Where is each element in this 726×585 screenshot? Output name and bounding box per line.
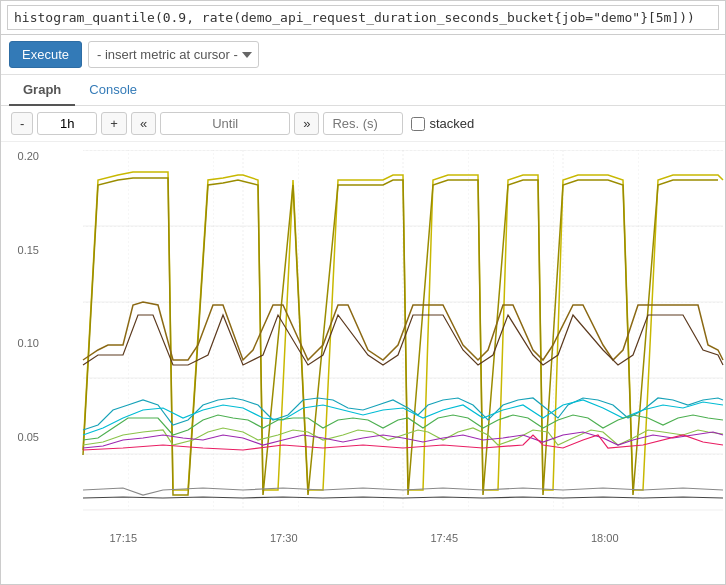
zoom-out-button[interactable]: - (11, 112, 33, 135)
graph-controls: - + « » stacked (1, 106, 725, 142)
forward-button[interactable]: » (294, 112, 319, 135)
stacked-checkbox[interactable] (411, 117, 425, 131)
zoom-in-button[interactable]: + (101, 112, 127, 135)
tabs: Graph Console (1, 75, 725, 106)
resolution-input[interactable] (323, 112, 403, 135)
stacked-text: stacked (429, 116, 474, 131)
x-label-1745: 17:45 (430, 532, 458, 544)
until-input[interactable] (160, 112, 290, 135)
toolbar: Execute - insert metric at cursor - (1, 35, 725, 75)
tab-graph[interactable]: Graph (9, 75, 75, 106)
metric-select[interactable]: - insert metric at cursor - (88, 41, 259, 68)
x-label-1800: 18:00 (591, 532, 619, 544)
time-range-input[interactable] (37, 112, 97, 135)
x-label-1730: 17:30 (270, 532, 298, 544)
graph-chart (1, 150, 725, 530)
x-label-1715: 17:15 (109, 532, 137, 544)
x-axis-labels: 17:15 17:30 17:45 18:00 (1, 530, 725, 546)
query-input[interactable] (7, 5, 719, 30)
execute-button[interactable]: Execute (9, 41, 82, 68)
back-button[interactable]: « (131, 112, 156, 135)
query-bar (1, 1, 725, 35)
graph-area: 0.20 0.15 0.10 0.05 (1, 142, 725, 554)
tab-console[interactable]: Console (75, 75, 151, 106)
stacked-label: stacked (411, 116, 474, 131)
